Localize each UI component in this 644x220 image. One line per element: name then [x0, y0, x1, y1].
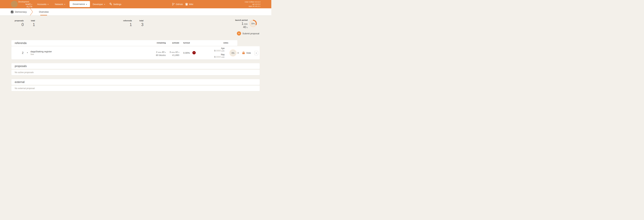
submit-proposal-button[interactable]: + Submit proposal	[237, 31, 259, 36]
wiki-link[interactable]: Wiki	[186, 0, 193, 8]
menu-governance-active[interactable]: Governance▾	[70, 1, 90, 7]
summary-proposals-total: total 1	[24, 20, 35, 27]
top-navbar: Development local/1▾ #1,779 Accounts▾ Ne…	[0, 0, 271, 8]
external-empty-row	[12, 86, 260, 91]
referendum-proposal: dappStaking.register See	[30, 50, 52, 55]
not-voted-asterisk-icon: ✱	[237, 52, 239, 55]
proposals-header-bar: proposals	[12, 63, 260, 69]
launch-period-progress-value: 33%	[251, 23, 255, 25]
chevron-down-icon: ▾	[86, 4, 87, 5]
menu-settings[interactable]: ⚙⚙ Settings	[109, 0, 122, 8]
launch-period-progress-ring: 33%	[249, 20, 257, 27]
nay-label: Nay	[197, 54, 224, 56]
approval-badge: 0%	[230, 49, 236, 57]
row-expander-caret[interactable]: ▾	[27, 52, 28, 54]
ballot-box-icon	[242, 52, 245, 54]
chain-info[interactable]: Development local/1▾ #1,779	[18, 1, 32, 8]
version-info: Astar Collator v5.41.0 api v12.0.2 apps …	[245, 1, 260, 8]
summary-referenda: referenda 1	[120, 20, 132, 27]
aye-label: Aye	[197, 47, 224, 50]
vote-button[interactable]: Vote	[242, 52, 251, 54]
col-header-activate: activate	[160, 42, 179, 44]
chevron-down-icon: ▾	[256, 52, 256, 54]
tab-overview[interactable]: Overview	[39, 8, 48, 16]
plus-icon: +	[237, 31, 241, 36]
chain-logo[interactable]	[11, 1, 18, 8]
gears-icon: ⚙⚙	[109, 3, 112, 6]
referenda-header-bar: referenda	[12, 40, 238, 46]
github-link[interactable]: GitHub	[172, 0, 183, 8]
summary-referenda-total: total 3	[133, 20, 144, 27]
node-version: Astar Collator v5.41.0	[245, 1, 260, 3]
activate-cell: 3mins42s #1,890	[160, 50, 179, 57]
book-icon	[186, 3, 188, 6]
menu-developer[interactable]: Developer▾	[93, 0, 105, 8]
vote-options-dropdown[interactable]: ▾	[254, 51, 258, 55]
apps-version: apps v0.141.2-1	[245, 5, 260, 8]
breadcrumb-section: Democracy	[15, 8, 27, 16]
proposal-method: dappStaking.register	[30, 50, 52, 53]
app-root: Development local/1▾ #1,779 Accounts▾ Ne…	[0, 0, 271, 93]
summary-referenda-total-value: 3	[133, 22, 144, 27]
chevron-separator-icon	[30, 8, 33, 16]
chevron-down-icon: ▾	[104, 4, 105, 5]
proposal-sub-text: See	[30, 53, 52, 55]
chevron-down-icon: ▾	[32, 4, 32, 5]
failing-status-icon: ✕	[192, 51, 196, 54]
col-header-turnout: turnout	[183, 42, 190, 44]
chevron-down-icon: ▾	[64, 4, 65, 5]
external-header-bar: external	[12, 79, 260, 85]
calendar-check-icon	[11, 11, 14, 13]
git-branch-icon	[172, 3, 174, 6]
summary-referenda-value: 1	[120, 22, 132, 27]
summary-launch-period: launch period 1min 40s	[225, 19, 248, 29]
activate-block: #1,890	[160, 54, 179, 57]
active-tab-underline	[40, 15, 47, 16]
external-title: external	[15, 79, 24, 85]
menu-accounts[interactable]: Accounts▾	[37, 0, 48, 8]
col-header-votes: votes	[217, 42, 234, 44]
referendum-id: 2	[16, 51, 24, 55]
api-version: api v12.0.2	[245, 3, 260, 5]
summary-proposals-total-value: 1	[24, 22, 35, 27]
turnout-value: 0.00%	[183, 52, 190, 54]
chevron-down-icon: ▾	[48, 4, 48, 5]
proposals-empty-row	[12, 70, 260, 75]
proposals-title: proposals	[15, 63, 27, 69]
summary-proposals-value: 0	[10, 22, 24, 27]
external-empty-text: No external proposal	[15, 87, 34, 90]
referenda-title: referenda	[15, 40, 27, 46]
menu-network[interactable]: Network▾	[55, 0, 65, 8]
endpoint-selector[interactable]: local/1▾	[18, 3, 32, 6]
tab-bar: Democracy Overview	[0, 8, 271, 16]
network-name: Development	[18, 1, 32, 3]
proposals-empty-text: No active proposals	[15, 71, 34, 74]
votes-cell: Aye 0.0000LOC Nay 0.0000LOC	[197, 47, 224, 58]
close-icon: ✕	[194, 52, 195, 54]
summary-proposals: proposals 0	[10, 20, 24, 27]
best-block-number: #1,779	[18, 6, 32, 8]
